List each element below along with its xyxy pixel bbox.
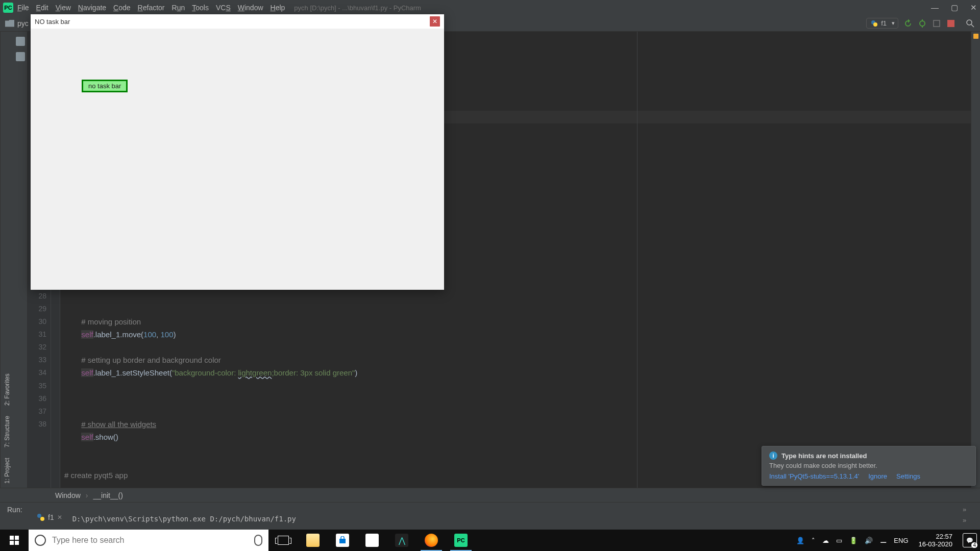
editor-scrollbar[interactable] <box>971 32 980 488</box>
taskbar-search[interactable] <box>29 530 268 551</box>
notif-install-link[interactable]: Install 'PyQt5-stubs==5.13.1.4' <box>769 472 859 480</box>
svg-point-7 <box>967 20 972 25</box>
python-icon <box>37 513 45 521</box>
security-icon[interactable]: ▭ <box>836 537 842 544</box>
crumb-class[interactable]: Window <box>55 491 81 499</box>
warning-marker-icon <box>973 34 978 39</box>
run-config-combo[interactable]: f1 <box>866 18 898 29</box>
taskbar-app-pycharm[interactable]: PC <box>446 530 476 551</box>
editor-breadcrumbs: Window › __init__() <box>0 488 980 502</box>
notification-balloon: i Type hints are not installed They coul… <box>762 446 976 486</box>
language-indicator[interactable]: ENG <box>894 537 908 544</box>
pycharm-app-icon: PC <box>3 3 13 13</box>
tool-project[interactable]: 1: Project <box>4 458 11 484</box>
ide-menu: File Edit View Navigate Code Refactor Ru… <box>17 4 285 12</box>
coverage-icon[interactable] <box>932 19 941 28</box>
toolwindow-icon[interactable] <box>16 52 25 61</box>
people-icon[interactable]: 👤 <box>796 537 804 544</box>
menu-run[interactable]: Run <box>172 4 185 12</box>
chevrons-icon[interactable]: » <box>963 516 980 524</box>
window-maximize-icon[interactable]: ▢ <box>951 3 958 12</box>
run-tool-window: Run: f1 ✕ D:\pych\venv\Scripts\python.ex… <box>0 502 980 530</box>
windows-taskbar: ✉ ⋀ PC 👤 ˄ ☁ ▭ 🔋 🔊 ⚊ ENG 22:57 16-03-202… <box>0 530 980 551</box>
debug-icon[interactable] <box>918 19 927 28</box>
right-margin-line <box>637 32 638 488</box>
run-side-icons: » » <box>958 503 980 530</box>
task-view-button[interactable] <box>268 530 298 551</box>
stop-icon[interactable] <box>946 19 955 28</box>
pyqt-titlebar[interactable]: NO task bar ✕ <box>31 14 444 29</box>
notif-ignore-link[interactable]: Ignore <box>868 472 887 480</box>
clock-time: 22:57 <box>919 533 953 540</box>
notif-body: They could make code insight better. <box>769 462 968 469</box>
run-output: D:\pych\venv\Scripts\python.exe D:/pych/… <box>66 503 958 530</box>
pyqt-label: no task bar <box>82 80 128 92</box>
run-config-label: f1 <box>881 19 887 27</box>
search-input[interactable] <box>52 536 248 545</box>
svg-rect-6 <box>947 20 954 27</box>
volume-icon[interactable]: 🔊 <box>865 537 873 544</box>
close-icon[interactable]: ✕ <box>57 514 62 521</box>
svg-rect-5 <box>934 20 940 27</box>
svg-rect-13 <box>339 539 346 543</box>
taskbar-app-explorer[interactable] <box>298 530 328 551</box>
ide-title-text: pych [D:\pych] - ...\bhuvan\f1.py - PyCh… <box>294 4 421 12</box>
taskbar-app-predator[interactable]: ⋀ <box>387 530 416 551</box>
run-label: Run: <box>0 503 33 530</box>
folder-icon <box>5 20 14 27</box>
svg-point-2 <box>920 21 925 26</box>
taskbar-app-mail[interactable]: ✉ <box>357 530 387 551</box>
battery-icon[interactable]: 🔋 <box>849 537 857 544</box>
notif-count: 4 <box>971 542 977 548</box>
svg-point-10 <box>40 517 44 521</box>
menu-window[interactable]: Window <box>238 4 263 12</box>
left-icon-strip <box>13 32 28 488</box>
rerun-icon[interactable] <box>903 19 913 28</box>
window-minimize-icon[interactable]: — <box>931 3 939 12</box>
ide-titlebar: PC File Edit View Navigate Code Refactor… <box>0 0 980 15</box>
windows-logo-icon <box>10 536 19 545</box>
wifi-icon[interactable]: ⚊ <box>880 536 887 545</box>
menu-tools[interactable]: Tools <box>192 4 209 12</box>
info-icon: i <box>769 452 777 460</box>
svg-point-9 <box>37 514 41 518</box>
pyqt-app-window[interactable]: NO task bar ✕ no task bar <box>31 14 444 290</box>
menu-navigate[interactable]: Navigate <box>78 4 106 12</box>
svg-line-8 <box>971 24 974 27</box>
taskbar-clock[interactable]: 22:57 16-03-2020 <box>916 533 956 548</box>
mic-icon[interactable] <box>254 535 262 546</box>
breadcrumb-root[interactable]: pyc <box>17 19 29 28</box>
clock-date: 16-03-2020 <box>919 540 953 548</box>
notif-title: Type hints are not installed <box>781 452 867 460</box>
action-center-icon[interactable]: 💬4 <box>963 533 977 547</box>
tool-favorites[interactable]: 2: Favorites <box>4 374 11 406</box>
svg-point-1 <box>873 22 877 27</box>
cortana-icon <box>35 535 46 546</box>
menu-view[interactable]: View <box>56 4 71 12</box>
tray-chevron-icon[interactable]: ˄ <box>812 537 815 544</box>
chevron-right-icon: › <box>86 491 88 499</box>
run-tab-f1[interactable]: f1 ✕ <box>33 512 66 522</box>
pyqt-window-title: NO task bar <box>35 18 70 26</box>
taskbar-app-firefox[interactable] <box>416 530 446 551</box>
run-tab-label: f1 <box>48 513 54 521</box>
menu-file[interactable]: File <box>17 4 29 12</box>
menu-refactor[interactable]: Refactor <box>138 4 165 12</box>
taskbar-app-store[interactable] <box>328 530 357 551</box>
tool-structure[interactable]: 7: Structure <box>4 416 11 447</box>
menu-help[interactable]: Help <box>271 4 285 12</box>
notif-settings-link[interactable]: Settings <box>896 472 920 480</box>
taskbar-tray: 👤 ˄ ☁ ▭ 🔋 🔊 ⚊ ENG 22:57 16-03-2020 💬4 <box>796 533 980 548</box>
start-button[interactable] <box>0 530 29 551</box>
menu-edit[interactable]: Edit <box>36 4 48 12</box>
onedrive-icon[interactable]: ☁ <box>822 537 829 544</box>
crumb-method[interactable]: __init__() <box>93 491 122 499</box>
menu-code[interactable]: Code <box>113 4 130 12</box>
close-icon[interactable]: ✕ <box>430 16 440 27</box>
menu-vcs[interactable]: VCS <box>216 4 231 12</box>
toolwindow-icon[interactable] <box>16 37 25 46</box>
chevrons-icon[interactable]: » <box>963 506 980 513</box>
window-close-icon[interactable]: ✕ <box>970 3 977 12</box>
search-icon[interactable] <box>966 19 975 28</box>
left-tool-strip: 1: Project 7: Structure 2: Favorites <box>0 32 13 488</box>
